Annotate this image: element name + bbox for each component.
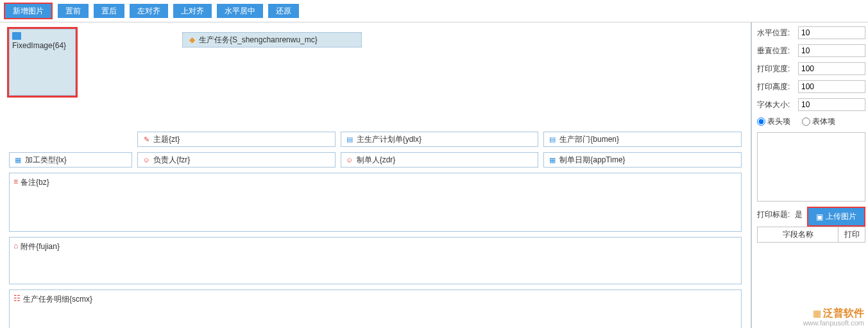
edit-icon: ✎ bbox=[142, 135, 151, 144]
field-main-plan[interactable]: ▤主生产计划单{ydlx} bbox=[341, 132, 539, 147]
field-dept[interactable]: ▤生产部门{bumen} bbox=[543, 132, 742, 147]
field-make-date[interactable]: ▦制单日期{appTime} bbox=[543, 152, 742, 168]
radio-header-input[interactable] bbox=[757, 117, 765, 126]
grid-icon: ☷ bbox=[13, 294, 21, 303]
vpos-label: 垂直位置: bbox=[757, 46, 794, 56]
text-icon: ≡ bbox=[13, 177, 18, 186]
pheight-label: 打印高度: bbox=[757, 82, 794, 92]
col-print: 打印 bbox=[838, 227, 865, 243]
center-horizontal-button[interactable]: 水平居中 bbox=[217, 4, 263, 18]
fixed-image-placeholder[interactable]: FixedImage{64} bbox=[9, 29, 76, 96]
task-title-field[interactable]: ◆ 生产任务{S_shengchanrenwu_mc} bbox=[182, 32, 362, 47]
tag-icon: ◆ bbox=[189, 35, 195, 44]
field-remark[interactable]: ≡备注{bz} bbox=[9, 173, 742, 232]
hpos-input[interactable] bbox=[798, 26, 865, 39]
fontsize-label: 字体大小: bbox=[757, 99, 794, 110]
send-back-button[interactable]: 置后 bbox=[94, 4, 124, 18]
col-field-name: 字段名称 bbox=[758, 227, 838, 243]
toolbar: 新增图片 置前 置后 左对齐 上对齐 水平居中 还原 bbox=[0, 0, 868, 22]
pheight-input[interactable] bbox=[798, 80, 865, 93]
add-image-button[interactable]: 新增图片 bbox=[5, 4, 51, 18]
field-attachment[interactable]: ⌂附件{fujian} bbox=[9, 237, 742, 284]
fontsize-input[interactable] bbox=[798, 98, 865, 111]
upload-image-button[interactable]: ▣上传图片 bbox=[808, 208, 864, 225]
task-title-label: 生产任务{S_shengchanrenwu_mc} bbox=[199, 35, 318, 46]
properties-panel: 水平位置: 垂直位置: 打印宽度: 打印高度: 字体大小: 表头项 表体项 ▣上… bbox=[751, 22, 868, 328]
align-left-button[interactable]: 左对齐 bbox=[130, 4, 168, 18]
vendor-logo: ▦ 泛普软件 www.fanpusoft.com bbox=[803, 307, 864, 327]
field-maker[interactable]: ☺制单人{zdr} bbox=[341, 152, 539, 168]
radio-header-item[interactable]: 表头项 bbox=[757, 116, 790, 127]
print-title-label: 打印标题: bbox=[757, 209, 790, 220]
fixed-image-label: FixedImage{64} bbox=[12, 41, 66, 50]
field-subject[interactable]: ✎主题{zt} bbox=[137, 132, 336, 147]
pwidth-input[interactable] bbox=[798, 62, 865, 75]
doc-icon: ▤ bbox=[345, 135, 354, 144]
user-icon: ☺ bbox=[345, 155, 354, 164]
vpos-input[interactable] bbox=[798, 44, 865, 57]
restore-button[interactable]: 还原 bbox=[268, 4, 299, 18]
hpos-label: 水平位置: bbox=[757, 28, 794, 39]
radio-body-item[interactable]: 表体项 bbox=[802, 116, 835, 127]
doc-icon: ▤ bbox=[548, 135, 557, 144]
field-proc-type[interactable]: ▦加工类型{lx} bbox=[9, 152, 132, 168]
upload-icon: ▣ bbox=[816, 212, 823, 221]
calendar-icon: ▦ bbox=[548, 155, 557, 164]
image-icon bbox=[12, 32, 21, 40]
bring-front-button[interactable]: 置前 bbox=[58, 4, 89, 18]
align-top-button[interactable]: 上对齐 bbox=[173, 4, 212, 18]
field-owner[interactable]: ☺负责人{fzr} bbox=[137, 152, 336, 168]
list-icon: ▦ bbox=[13, 155, 22, 164]
design-canvas[interactable]: FixedImage{64} ◆ 生产任务{S_shengchanrenwu_m… bbox=[0, 22, 751, 328]
field-detail[interactable]: ☷生产任务明细{scmx} bbox=[9, 289, 742, 328]
fields-table: 字段名称 打印 bbox=[757, 227, 865, 243]
user-icon: ☺ bbox=[142, 155, 151, 164]
radio-body-input[interactable] bbox=[802, 117, 810, 126]
image-preview-box bbox=[757, 132, 865, 202]
pwidth-label: 打印宽度: bbox=[757, 64, 794, 74]
print-title-value: 是 bbox=[795, 209, 803, 220]
attachment-icon: ⌂ bbox=[13, 241, 18, 250]
